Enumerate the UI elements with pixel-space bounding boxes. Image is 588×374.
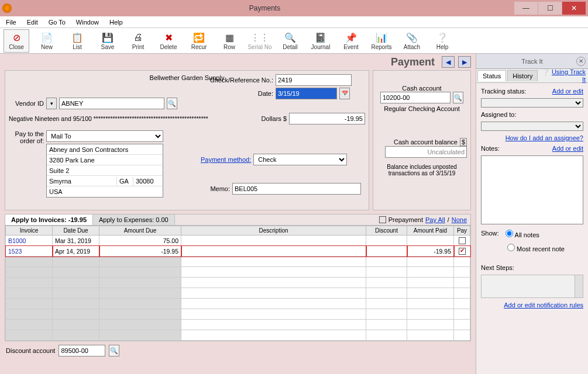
pay-checkbox[interactable] xyxy=(459,237,466,244)
attach-button[interactable]: 📎Attach xyxy=(399,29,425,53)
delete-button[interactable]: ✖Delete xyxy=(156,29,181,53)
using-trackit-link[interactable]: Using Track It xyxy=(552,68,586,83)
menu-goto[interactable]: Go To xyxy=(49,19,66,26)
vendor-dropdown-button[interactable]: ▾ xyxy=(46,98,57,109)
close-window-button[interactable]: ✕ xyxy=(562,2,586,15)
radio-all-notes[interactable] xyxy=(506,230,513,237)
cash-account-input[interactable] xyxy=(380,92,451,103)
pay-checkbox[interactable] xyxy=(459,248,466,255)
cash-account-label: Cash account xyxy=(377,85,467,92)
track-it-header: Track It ✕ xyxy=(476,54,588,69)
recur-button[interactable]: 🔁Recur xyxy=(186,29,212,53)
prepayment-checkbox[interactable] xyxy=(379,216,386,223)
new-button[interactable]: 📄New xyxy=(34,29,60,53)
toolbar: ⊘Close 📄New 📋List 💾Save 🖨Print ✖Delete 🔁… xyxy=(0,28,588,54)
dollars-label: Dollars $ xyxy=(262,115,287,122)
notes-edit-link[interactable]: Add or edit xyxy=(552,145,583,152)
journal-icon: 📓 xyxy=(314,31,327,44)
panel-close-icon[interactable]: ✕ xyxy=(576,57,586,66)
discount-lookup-icon[interactable]: 🔍 xyxy=(109,345,119,356)
tracking-status-label: Tracking status: xyxy=(481,88,526,95)
radio-most-recent[interactable] xyxy=(507,244,515,251)
cash-account-lookup-icon[interactable]: 🔍 xyxy=(453,92,463,103)
col-description[interactable]: Description xyxy=(181,226,366,236)
discount-account-label: Discount account xyxy=(6,347,55,354)
titlebar: Payments — ☐ ✕ xyxy=(0,0,588,16)
mailto-select[interactable]: Mail To xyxy=(46,130,163,142)
col-pay[interactable]: Pay xyxy=(454,226,470,236)
addr-country: USA xyxy=(47,186,163,197)
notes-textarea[interactable] xyxy=(481,155,583,224)
reports-icon: 📊 xyxy=(375,31,388,44)
calendar-icon[interactable]: 📅 xyxy=(339,88,350,99)
print-icon: 🖨 xyxy=(132,31,145,44)
help-button[interactable]: ❔Help xyxy=(429,29,455,53)
list-button[interactable]: 📋List xyxy=(64,29,90,53)
attach-icon: 📎 xyxy=(405,31,418,44)
payment-method-select[interactable]: Check xyxy=(253,154,347,165)
menu-window[interactable]: Window xyxy=(76,19,99,26)
discount-account-input[interactable] xyxy=(59,345,105,356)
tracking-status-select[interactable] xyxy=(481,98,583,108)
page-title: Payment xyxy=(391,56,435,68)
balance-note: Balance includes unposted transactions a… xyxy=(377,164,467,176)
pay-none-link[interactable]: None xyxy=(452,216,467,223)
next-record-button[interactable]: ▶ xyxy=(458,56,471,68)
tab-history[interactable]: History xyxy=(507,70,538,81)
checkref-input[interactable] xyxy=(276,74,352,86)
payment-method-link[interactable]: Payment method: xyxy=(201,156,251,163)
vendor-id-input[interactable] xyxy=(59,98,164,109)
pay-all-link[interactable]: Pay All xyxy=(425,216,445,223)
detail-button[interactable]: 🔍Detail xyxy=(277,29,303,53)
prev-record-button[interactable]: ◀ xyxy=(442,56,455,68)
col-invoice[interactable]: Invoice xyxy=(6,226,53,236)
menu-help[interactable]: Help xyxy=(109,19,123,26)
addr-line1: 3280 Park Lane xyxy=(47,155,163,165)
address-box[interactable]: Abney and Son Contractors 3280 Park Lane… xyxy=(46,144,163,198)
invoices-table[interactable]: Invoice Date Due Amount Due Description … xyxy=(5,226,470,341)
add-assignee-link[interactable]: How do I add an assignee? xyxy=(506,134,583,141)
dollar-amount-input[interactable] xyxy=(289,113,365,124)
tracking-status-edit-link[interactable]: Add or edit xyxy=(552,88,583,95)
tab-apply-invoices[interactable]: Apply to Invoices: -19.95 xyxy=(5,214,93,225)
menu-edit[interactable]: Edit xyxy=(27,19,38,26)
payment-header: Payment ◀ ▶ xyxy=(5,54,471,70)
col-datedue[interactable]: Date Due xyxy=(53,226,99,236)
assigned-to-select[interactable] xyxy=(481,122,583,131)
event-button[interactable]: 📌Event xyxy=(338,29,364,53)
serial-button[interactable]: ⋮⋮Serial No xyxy=(247,29,273,53)
close-button[interactable]: ⊘Close xyxy=(4,29,29,53)
notes-label: Notes: xyxy=(481,145,500,152)
col-amountdue[interactable]: Amount Due xyxy=(99,226,181,236)
app-icon xyxy=(2,4,12,13)
scrollbar[interactable] xyxy=(575,275,583,297)
col-discount[interactable]: Discount xyxy=(366,226,407,236)
journal-button[interactable]: 📓Journal xyxy=(308,29,333,53)
assigned-to-label: Assigned to: xyxy=(481,111,583,118)
cash-account-name: Regular Checking Account xyxy=(377,105,467,112)
addr-state: GA xyxy=(117,176,133,186)
next-steps-box[interactable] xyxy=(481,275,583,298)
memo-input[interactable] xyxy=(232,183,361,195)
maximize-button[interactable]: ☐ xyxy=(538,2,562,15)
next-steps-label: Next Steps: xyxy=(481,264,583,271)
row-icon: ▦ xyxy=(223,31,236,44)
save-button[interactable]: 💾Save xyxy=(95,29,121,53)
row-button[interactable]: ▦Row xyxy=(216,29,242,53)
date-input[interactable]: 3/15/19 xyxy=(276,88,337,99)
notification-rules-link[interactable]: Add or edit notification rules xyxy=(504,302,583,309)
table-row[interactable]: 1523 Apr 14, 2019 -19.95 -19.95 xyxy=(6,246,470,257)
tab-status[interactable]: Status xyxy=(477,70,506,81)
menu-file[interactable]: File xyxy=(6,19,16,26)
dollar-icon[interactable]: $ xyxy=(460,138,467,146)
event-icon: 📌 xyxy=(345,31,357,44)
vendor-lookup-icon[interactable]: 🔍 xyxy=(167,98,177,109)
date-label: Date: xyxy=(204,90,273,97)
print-button[interactable]: 🖨Print xyxy=(125,29,151,53)
new-icon: 📄 xyxy=(40,31,53,44)
table-row[interactable]: B1000 Mar 31, 2019 75.00 xyxy=(6,236,470,246)
reports-button[interactable]: 📊Reports xyxy=(369,29,394,53)
minimize-button[interactable]: — xyxy=(514,2,538,15)
tab-apply-expenses[interactable]: Apply to Expenses: 0.00 xyxy=(93,214,175,225)
col-amountpaid[interactable]: Amount Paid xyxy=(407,226,454,236)
